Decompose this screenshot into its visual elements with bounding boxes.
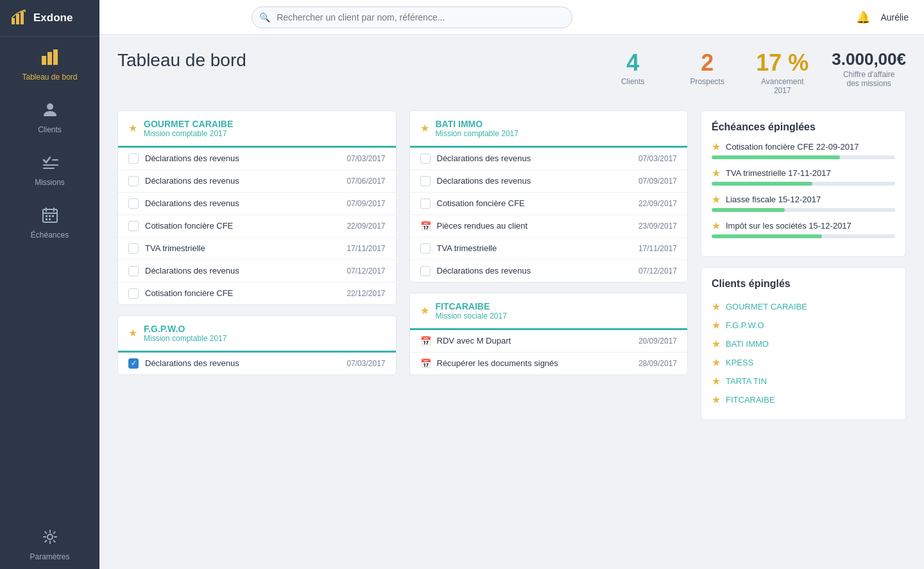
missions-icon	[41, 153, 59, 174]
pinned-client-kpess[interactable]: ★ KPESS	[712, 353, 895, 372]
pinned-client-name-1: F.G.P.W.O	[726, 320, 764, 330]
client-card-gourmet-caraibe: ★ GOURMET CARAIBE Mission comptable 2017…	[117, 110, 397, 305]
clients-icon	[41, 101, 59, 121]
svg-rect-3	[42, 56, 46, 65]
pinned-client-fitcaraibe[interactable]: ★ FITCARAIBE	[712, 390, 895, 409]
stat-prospects: 2 Prospects	[681, 50, 733, 86]
task-date: 07/12/2017	[346, 267, 385, 276]
echeance-item: ★ Liasse fiscale 15-12-2017	[712, 193, 895, 212]
star-echeance-1[interactable]: ★	[712, 167, 721, 179]
client-card-header-fgpwo: ★ F.G.P.W.O Mission comptable 2017	[118, 316, 396, 353]
star-pinned-1: ★	[712, 319, 721, 331]
topbar-right: 🔔 Aurélie	[856, 10, 909, 24]
task-checkbox[interactable]	[420, 266, 431, 276]
task-date: 07/06/2017	[346, 177, 385, 186]
task-checkbox-checked[interactable]: ✓	[128, 358, 139, 369]
task-list-fitcaraibe: 📅 RDV avec M Dupart 20/09/2017 📅 Récupér…	[410, 330, 688, 374]
table-row: Cotisation foncière CFE 22/12/2017	[118, 283, 396, 304]
parametres-label: Paramètres	[30, 552, 69, 561]
task-checkbox[interactable]	[420, 243, 431, 254]
task-date: 23/09/2017	[638, 222, 677, 231]
progress-fill-1	[712, 182, 812, 186]
client-name-fitcaraibe: FITCARAIBE	[436, 301, 507, 311]
task-checkbox[interactable]	[420, 198, 431, 209]
user-name[interactable]: Aurélie	[880, 12, 909, 22]
parametres-icon	[41, 528, 59, 548]
task-checkbox[interactable]	[128, 288, 139, 299]
logo[interactable]: Exdone	[0, 0, 99, 37]
task-checkbox[interactable]	[420, 176, 431, 186]
echeances-title: Échéances épinglées	[712, 121, 895, 133]
table-row: Déclarations des revenus 07/12/2017	[410, 260, 688, 282]
stats-row: 4 Clients 2 Prospects 17 % Avancement201…	[607, 50, 906, 95]
pinned-client-name-5: FITCARAIBE	[726, 395, 775, 405]
svg-rect-2	[21, 12, 24, 24]
content-grid: ★ GOURMET CARAIBE Mission comptable 2017…	[117, 110, 906, 420]
dashboard-icon	[40, 48, 60, 69]
task-checkbox[interactable]	[128, 153, 139, 164]
table-row: 📅 RDV avec M Dupart 20/09/2017	[410, 330, 688, 353]
task-list-fgpwo: ✓ Déclarations des revenus 07/03/2017	[118, 353, 396, 374]
client-card-bati-immo: ★ BATI IMMO Mission comptable 2017 Décla…	[409, 110, 689, 283]
star-echeance-2[interactable]: ★	[712, 193, 721, 206]
table-row: TVA trimestrielle 17/11/2017	[410, 238, 688, 260]
task-date: 07/09/2017	[346, 199, 385, 208]
table-row: TVA trimestrielle 17/11/2017	[118, 238, 396, 260]
star-bati[interactable]: ★	[420, 122, 429, 134]
task-date: 07/03/2017	[346, 154, 385, 163]
sidebar-item-parametres[interactable]: Paramètres	[0, 516, 99, 569]
task-checkbox[interactable]	[128, 266, 139, 276]
table-row: Déclarations des revenus 07/03/2017	[410, 148, 688, 170]
task-checkbox[interactable]	[128, 176, 139, 186]
page-content: Tableau de bord 4 Clients 2 Prospects 17…	[99, 35, 924, 569]
bell-icon[interactable]: 🔔	[856, 10, 870, 24]
progress-bar-1	[712, 182, 895, 186]
clients-epingles-title: Clients épinglés	[712, 278, 895, 290]
search-container: 🔍	[252, 6, 572, 28]
task-name: Déclarations des revenus	[437, 153, 632, 163]
task-checkbox[interactable]	[128, 243, 139, 254]
search-input[interactable]	[252, 6, 572, 28]
client-name-gourmet: GOURMET CARAIBE	[144, 119, 233, 129]
task-checkbox[interactable]	[420, 153, 431, 164]
task-checkbox[interactable]	[128, 221, 139, 231]
logo-text: Exdone	[33, 12, 73, 24]
star-pinned-0: ★	[712, 301, 721, 313]
progress-bar-2	[712, 208, 895, 212]
echeance-item: ★ Impôt sur les sociétés 15-12-2017	[712, 220, 895, 238]
logo-icon	[10, 9, 28, 27]
pinned-client-gourmet[interactable]: ★ GOURMET CARAIBE	[712, 297, 895, 316]
svg-rect-4	[47, 52, 52, 65]
star-echeance-3[interactable]: ★	[712, 220, 721, 232]
stat-prospects-value: 2	[701, 50, 714, 76]
echeance-text-0: Cotisation foncière CFE 22-09-2017	[726, 142, 895, 152]
star-echeance-0[interactable]: ★	[712, 141, 721, 153]
svg-point-6	[47, 103, 53, 110]
star-fitcaraibe[interactable]: ★	[420, 304, 429, 317]
sidebar-item-tableau-de-bord[interactable]: Tableau de bord	[0, 37, 99, 89]
task-name: RDV avec M Dupart	[437, 336, 632, 346]
mission-label-fgpwo: Mission comptable 2017	[144, 334, 227, 343]
task-name: Cotisation foncière CFE	[145, 288, 340, 298]
pinned-client-bati[interactable]: ★ BATI IMMO	[712, 335, 895, 353]
task-checkbox[interactable]	[128, 198, 139, 209]
svg-rect-16	[52, 215, 54, 217]
task-date: 28/09/2017	[638, 359, 677, 368]
client-card-fgpwo: ★ F.G.P.W.O Mission comptable 2017 ✓ Déc…	[117, 315, 397, 375]
missions-label: Missions	[35, 178, 65, 187]
star-gourmet[interactable]: ★	[128, 122, 137, 134]
pinned-client-tarta[interactable]: ★ TARTA TIN	[712, 372, 895, 390]
sidebar-item-echeances[interactable]: Échéances	[0, 195, 99, 247]
pinned-client-fgpwo[interactable]: ★ F.G.P.W.O	[712, 316, 895, 335]
echeances-panel: Échéances épinglées ★ Cotisation foncièr…	[701, 110, 906, 257]
client-card-fitcaraibe: ★ FITCARAIBE Mission sociale 2017 📅 RDV …	[409, 293, 689, 375]
progress-bar-0	[712, 155, 895, 159]
task-name: TVA trimestrielle	[145, 243, 340, 253]
svg-rect-15	[49, 215, 51, 217]
sidebar-item-clients[interactable]: Clients	[0, 89, 99, 142]
star-fgpwo[interactable]: ★	[128, 327, 137, 339]
task-date: 22/12/2017	[346, 289, 385, 298]
table-row: Cotisation foncière CFE 22/09/2017	[410, 193, 688, 215]
sidebar-item-missions[interactable]: Missions	[0, 142, 99, 195]
client-card-header-fitcaraibe: ★ FITCARAIBE Mission sociale 2017	[410, 293, 688, 330]
